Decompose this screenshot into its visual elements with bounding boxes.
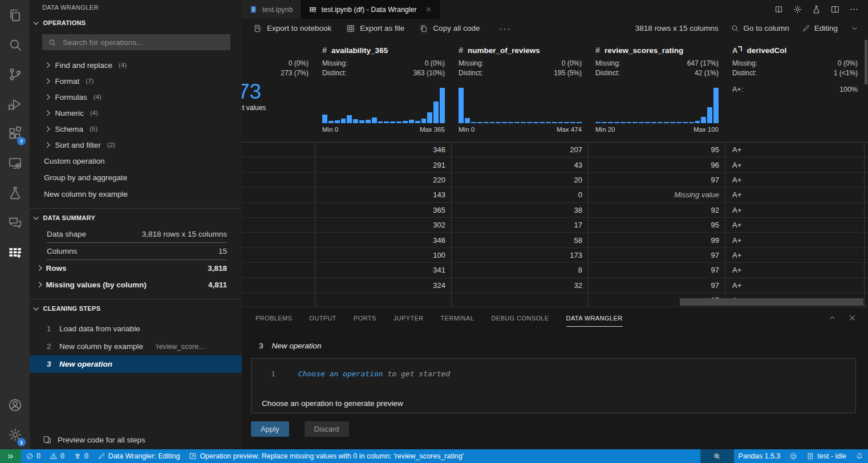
- status-item-pandas-1-5-3[interactable]: Pandas 1.5.3: [734, 449, 785, 463]
- table-row[interactable]: 3653892A+: [242, 203, 868, 218]
- operation-group[interactable]: Format(7): [30, 73, 242, 89]
- activity-bar-item-data-wrangler[interactable]: [0, 237, 30, 267]
- ellipsis-icon[interactable]: [849, 5, 859, 14]
- gear-icon[interactable]: [793, 5, 802, 14]
- panel-tab-ports[interactable]: PORTS: [354, 309, 376, 327]
- status-item-zoom-in[interactable]: [700, 449, 734, 463]
- histogram-bar: [415, 121, 420, 123]
- editor-tab[interactable]: test.ipynb: [242, 0, 301, 19]
- status-item-pencil[interactable]: Data Wrangler: Editing: [93, 449, 185, 463]
- operation-group[interactable]: Sort and filter(2): [30, 137, 242, 153]
- grid-column-header-review_scores_rating[interactable]: #review_scores_ratingMissing:647 (17%)Di…: [589, 38, 725, 142]
- beaker-icon[interactable]: [812, 5, 821, 14]
- panel-tab-problems[interactable]: PROBLEMS: [255, 309, 292, 327]
- table-row[interactable]: 2914396A+: [242, 157, 868, 172]
- operation-code-editor[interactable]: 1 Choose an operation to get started Cho…: [251, 358, 856, 413]
- summary-row[interactable]: Rows3,818: [47, 260, 227, 277]
- status-item-warning[interactable]: 0: [45, 449, 69, 463]
- apply-button[interactable]: Apply: [251, 421, 289, 437]
- more-actions-button[interactable]: ···: [499, 23, 511, 33]
- remote-indicator[interactable]: [0, 449, 21, 463]
- search-icon: [731, 24, 739, 33]
- cleaning-step[interactable]: 2New column by example'review_score...: [30, 338, 242, 355]
- panel-tab-jupyter[interactable]: JUPYTER: [394, 309, 424, 327]
- cleaning-step[interactable]: 1Load data from variable: [30, 320, 242, 338]
- status-item-error[interactable]: 0: [21, 449, 45, 463]
- editing-mode-button[interactable]: Editing: [802, 24, 838, 33]
- activity-bar-item-remote-explorer[interactable]: [0, 148, 30, 178]
- chevron-up-icon[interactable]: [828, 314, 837, 322]
- operation-group[interactable]: Schema(5): [30, 121, 242, 137]
- summary-value: 3,818 rows x 15 columns: [142, 230, 227, 238]
- operation-group[interactable]: Numeric(4): [30, 105, 242, 121]
- export-to-notebook-button[interactable]: Export to notebook: [253, 24, 331, 33]
- activity-bar-item-search[interactable]: [0, 30, 30, 59]
- operation-item[interactable]: New column by example: [30, 186, 242, 202]
- status-item-radio-tower[interactable]: 0: [69, 449, 93, 463]
- table-row[interactable]: 3021795A+: [242, 218, 868, 233]
- operations-search-input[interactable]: [62, 38, 225, 47]
- grid-column-header-derivedCol[interactable]: AderivedColMissing:0 (0%)Distinct:1 (<1%…: [725, 38, 865, 142]
- open-preview-icon[interactable]: [774, 5, 784, 14]
- stat-value: 0 (0%): [425, 59, 445, 67]
- table-row[interactable]: 3243297A+: [242, 278, 868, 293]
- summary-row[interactable]: Missing values (by column)4,811: [47, 277, 227, 293]
- cleaning-step[interactable]: 3New operation: [30, 355, 242, 373]
- histogram-bar: [514, 122, 520, 124]
- table-row[interactable]: 341897A+: [242, 263, 868, 278]
- activity-bar-item-settings[interactable]: 1: [0, 420, 30, 449]
- chevron-down-icon[interactable]: [850, 24, 859, 33]
- table-row[interactable]: 3465899A+: [242, 233, 868, 247]
- export-as-file-button[interactable]: Export as file: [346, 24, 404, 33]
- operation-group[interactable]: Find and replace(4): [30, 57, 242, 73]
- table-cell: 97: [589, 278, 725, 293]
- go-to-column-button[interactable]: Go to column: [731, 24, 789, 33]
- status-item-preview-box[interactable]: Operation preview: Replace missing value…: [184, 449, 468, 463]
- stat-label: Missing:: [595, 59, 620, 67]
- histogram-range: Min 0Max 474: [452, 123, 589, 136]
- preview-code-all-steps[interactable]: Preview code for all steps: [42, 435, 145, 445]
- data-summary-section-header[interactable]: DATA SUMMARY: [30, 210, 242, 226]
- activity-bar-item-files[interactable]: [0, 0, 30, 30]
- status-item-bell[interactable]: [851, 449, 868, 463]
- panel-tab-data-wrangler[interactable]: DATA WRANGLER: [566, 309, 623, 327]
- split-editor-icon[interactable]: [830, 5, 840, 14]
- editor-tab[interactable]: test.ipynb (df) - Data Wrangler: [301, 0, 440, 19]
- table-row[interactable]: 1430Missing valueA+: [242, 188, 868, 202]
- operations-search[interactable]: [42, 34, 230, 50]
- table-row[interactable]: 34620795A+: [242, 143, 868, 157]
- activity-bar-item-comments[interactable]: [0, 208, 30, 237]
- panel-tab-terminal[interactable]: TERMINAL: [441, 309, 474, 327]
- copy-all-code-button[interactable]: Copy all code: [419, 24, 480, 33]
- grid-column-header-number_of_reviews[interactable]: #number_of_reviewsMissing:0 (0%)Distinct…: [452, 38, 589, 142]
- cleaning-steps-section-header[interactable]: CLEANING STEPS: [30, 300, 242, 316]
- operation-group-label: Numeric: [55, 109, 84, 117]
- vertical-scrollbar[interactable]: [865, 40, 867, 84]
- operation-item[interactable]: Group by and aggregate: [30, 169, 242, 186]
- activity-bar-item-testing[interactable]: [0, 178, 30, 208]
- activity-bar-item-source-control[interactable]: [0, 59, 30, 89]
- horizontal-scrollbar[interactable]: [680, 298, 863, 306]
- grid-column-header-availability_365[interactable]: #availability_365Missing:0 (0%)Distinct:…: [315, 38, 452, 142]
- status-item-kernel[interactable]: test - idle: [802, 449, 851, 463]
- operations-section-header[interactable]: OPERATIONS: [30, 15, 242, 31]
- table-row[interactable]: 2202097A+: [242, 173, 868, 188]
- close-icon[interactable]: [848, 314, 857, 322]
- operation-group[interactable]: Formulas(4): [30, 89, 242, 105]
- operation-item[interactable]: Custom operation: [30, 153, 242, 169]
- table-row[interactable]: 10017397A+: [242, 248, 868, 263]
- operation-group-count: (4): [90, 109, 98, 116]
- activity-bar-item-run-debug[interactable]: [0, 89, 30, 119]
- panel-tab-debug-console[interactable]: DEBUG CONSOLE: [491, 309, 549, 327]
- table-cell: 92: [589, 203, 725, 217]
- grid-column-header-clipped[interactable]: 0 (0%)273 (7%)73ct values: [242, 38, 315, 142]
- close-icon[interactable]: [425, 6, 432, 13]
- activity-bar-item-account[interactable]: [0, 390, 30, 420]
- table-cell: 0: [452, 188, 589, 202]
- activity-bar-item-extensions[interactable]: 7: [0, 119, 30, 148]
- feedback-icon: [789, 452, 797, 460]
- choose-operation-link[interactable]: Choose an operation: [298, 369, 383, 378]
- status-item-feedback[interactable]: [785, 449, 802, 463]
- panel-tab-output[interactable]: OUTPUT: [309, 309, 336, 327]
- discard-button[interactable]: Discard: [305, 421, 349, 437]
